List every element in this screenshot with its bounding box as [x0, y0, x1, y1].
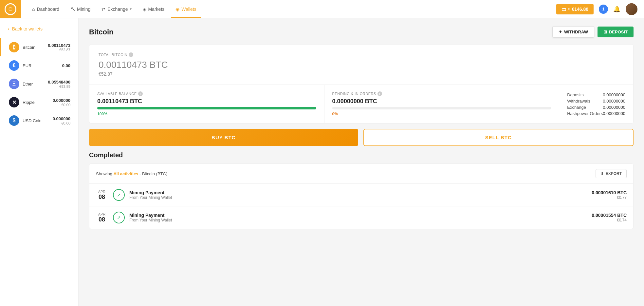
tx-amount-1: 0.00001610 BTC €0.77 [592, 190, 627, 200]
pending-value: 0.00000000 BTC [332, 98, 551, 105]
activity-currency: Bitcoin (BTC) [142, 171, 167, 176]
wallet-item-eur[interactable]: € EUR 0.00 [0, 56, 78, 75]
buy-btc-button[interactable]: BUY BTC [89, 129, 358, 146]
deposit-icon: ⊞ [603, 29, 607, 34]
xrp-amounts: 0.000000 €0.00 [53, 98, 70, 107]
wallet-item-btc[interactable]: ₿ Bitcoin 0.00110473 €52.87 [0, 38, 78, 56]
tx-icon-1: ↗ [113, 189, 125, 201]
page-layout: ‹ Back to wallets ₿ Bitcoin 0.00110473 €… [0, 18, 644, 306]
top-navigation: ☺ ⌂ Dashboard ⛏ Mining ⇄ Exchange ▾ ◈ Ma… [0, 0, 644, 18]
nav-mining[interactable]: ⛏ Mining [66, 0, 95, 18]
header-actions: ✈ WITHDRAW ⊞ DEPOSIT [552, 26, 634, 38]
stat-exchange: Exchange 0.00000000 [567, 105, 625, 110]
pending-info-icon[interactable]: i [377, 91, 382, 96]
export-button[interactable]: ⬇ EXPORT [596, 169, 627, 178]
home-icon: ⌂ [32, 7, 35, 12]
mining-icon: ⛏ [70, 7, 75, 12]
total-info-icon[interactable]: i [129, 52, 133, 57]
main-content: Bitcoin ✈ WITHDRAW ⊞ DEPOSIT TOTAL BITCO… [79, 18, 644, 306]
nav-right: 🗃 ≈ €146.80 1 🔔 [556, 3, 644, 15]
btc-icon: ₿ [9, 42, 19, 52]
bell-icon[interactable]: 🔔 [613, 6, 620, 13]
showing-text: Showing All activities - Bitcoin (BTC) [96, 171, 167, 176]
deposit-button[interactable]: ⊞ DEPOSIT [598, 27, 634, 37]
pending-label: PENDING & IN ORDERS i [332, 91, 551, 96]
total-eur: €52.87 [99, 71, 624, 77]
nav-dashboard[interactable]: ⌂ Dashboard [28, 0, 64, 18]
sell-btc-button[interactable]: SELL BTC [363, 129, 634, 146]
available-value: 0.00110473 BTC [97, 98, 316, 105]
total-balance-card: TOTAL BITCOIN i 0.00110473 BTC €52.87 AV… [89, 44, 634, 124]
balance-details-row: AVAILABLE BALANCE i 0.00110473 BTC 100% … [89, 85, 633, 123]
page-title: Bitcoin [89, 28, 114, 36]
wallet-icon-small: 🗃 [561, 7, 566, 12]
tx-info-1: Mining Payment From Your Mining Wallet [129, 190, 592, 200]
activity-filter-link[interactable]: All activities [113, 171, 138, 176]
nav-wallets[interactable]: ◉ Wallets [171, 0, 201, 18]
logo-icon: ☺ [5, 3, 16, 15]
nav-markets[interactable]: ◈ Markets [138, 0, 169, 18]
wallets-icon: ◉ [175, 7, 179, 12]
eth-amounts: 0.05548400 €93.89 [48, 80, 70, 88]
eur-amounts: 0.00 [62, 63, 70, 68]
chevron-left-icon: ‹ [8, 26, 9, 31]
notification-badge[interactable]: 1 [599, 5, 608, 14]
pending-progress-bar [332, 107, 551, 109]
export-icon: ⬇ [600, 171, 604, 176]
usdc-amounts: 0.000000 €0.00 [53, 116, 70, 125]
tx-date-1: APR 08 [96, 190, 108, 201]
available-label: AVAILABLE BALANCE i [97, 91, 316, 96]
completed-header: Showing All activities - Bitcoin (BTC) ⬇… [89, 164, 633, 184]
completed-title: Completed [89, 151, 634, 159]
action-row: BUY BTC SELL BTC [89, 129, 634, 146]
stats-section: Deposits 0.00000000 Withdrawals 0.000000… [559, 85, 633, 123]
page-header: Bitcoin ✈ WITHDRAW ⊞ DEPOSIT [89, 26, 634, 38]
available-progress-bar [97, 107, 316, 109]
tx-date-2: APR 08 [96, 212, 108, 223]
available-progress-fill [97, 107, 316, 109]
completed-card: Showing All activities - Bitcoin (BTC) ⬇… [89, 163, 634, 229]
wallet-item-eth[interactable]: Ξ Ether 0.05548400 €93.89 [0, 75, 78, 93]
balance-button[interactable]: 🗃 ≈ €146.80 [556, 4, 594, 14]
chevron-down-icon: ▾ [130, 7, 132, 11]
wallet-item-usdc[interactable]: $ USD Coin 0.000000 €0.00 [0, 111, 78, 130]
stat-withdrawals: Withdrawals 0.00000000 [567, 99, 625, 104]
sidebar: ‹ Back to wallets ₿ Bitcoin 0.00110473 €… [0, 18, 79, 306]
xrp-icon: ✕ [9, 97, 19, 107]
markets-icon: ◈ [143, 7, 146, 12]
pending-pct: 0% [332, 112, 338, 116]
available-pct: 100% [97, 112, 107, 116]
btc-amounts: 0.00110473 €52.87 [48, 43, 70, 52]
total-label: TOTAL BITCOIN i [99, 52, 624, 57]
tx-info-2: Mining Payment From Your Mining Wallet [129, 213, 592, 222]
stat-hashpower: Hashpower Orders 0.00000000 [567, 111, 625, 116]
back-to-wallets-link[interactable]: ‹ Back to wallets [0, 26, 78, 38]
eth-icon: Ξ [9, 79, 19, 89]
withdraw-icon: ✈ [559, 29, 562, 34]
tx-amount-2: 0.00001554 BTC €0.74 [592, 213, 627, 222]
logo[interactable]: ☺ [0, 0, 21, 18]
total-balance-section: TOTAL BITCOIN i 0.00110473 BTC €52.87 [89, 45, 633, 85]
withdraw-button[interactable]: ✈ WITHDRAW [552, 26, 594, 38]
avatar[interactable] [626, 3, 637, 15]
exchange-icon: ⇄ [101, 7, 105, 12]
available-info-icon[interactable]: i [138, 91, 143, 96]
nav-items: ⌂ Dashboard ⛏ Mining ⇄ Exchange ▾ ◈ Mark… [21, 0, 556, 18]
transaction-row: APR 08 ↗ Mining Payment From Your Mining… [89, 206, 633, 229]
available-balance-section: AVAILABLE BALANCE i 0.00110473 BTC 100% [89, 85, 324, 123]
tx-icon-2: ↗ [113, 212, 125, 223]
wallet-item-xrp[interactable]: ✕ Ripple 0.000000 €0.00 [0, 93, 78, 111]
transaction-row: APR 08 ↗ Mining Payment From Your Mining… [89, 184, 633, 206]
avatar-image [626, 3, 637, 15]
nav-exchange[interactable]: ⇄ Exchange ▾ [97, 0, 136, 18]
pending-balance-section: PENDING & IN ORDERS i 0.00000000 BTC 0% [324, 85, 560, 123]
total-amount: 0.00110473 BTC [99, 60, 624, 70]
stat-deposits: Deposits 0.00000000 [567, 92, 625, 97]
eur-icon: € [9, 60, 19, 71]
usdc-icon: $ [9, 115, 19, 126]
